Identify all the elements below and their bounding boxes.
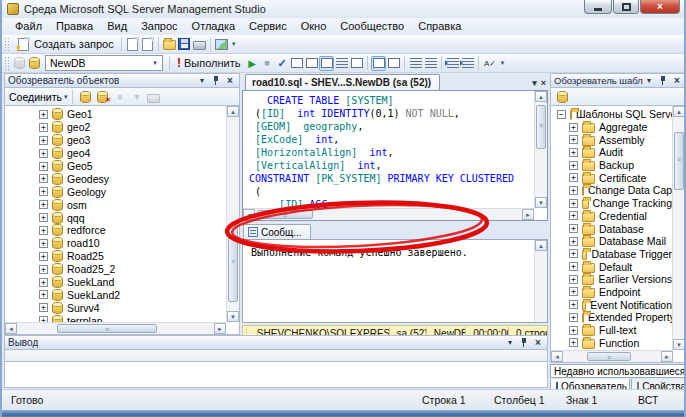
menu-item-1[interactable]: Правка <box>49 18 100 35</box>
vertical-scrollbar[interactable]: ▲ ▼ ≡ <box>226 106 239 322</box>
expander-icon[interactable]: + <box>569 275 578 284</box>
scroll-up-icon[interactable]: ▲ <box>535 91 547 102</box>
print-icon[interactable] <box>192 37 207 52</box>
object-explorer-item[interactable]: +osm <box>5 198 225 211</box>
toolbar-overflow-icon[interactable]: ▾ <box>497 59 507 67</box>
menu-item-5[interactable]: Сервис <box>242 18 294 35</box>
disconnect-object-icon[interactable]: × <box>95 89 110 104</box>
vertical-scrollbar[interactable]: ▲ ▼ ≡ <box>672 106 685 350</box>
scrollbar-thumb[interactable]: ≡ <box>674 132 684 190</box>
expander-icon[interactable]: + <box>569 224 578 233</box>
window-position-icon[interactable]: ▾ <box>504 337 516 349</box>
scroll-left-icon[interactable]: ◄ <box>551 351 563 362</box>
object-explorer-item[interactable]: +terrplan <box>5 314 225 322</box>
expander-icon[interactable]: + <box>569 300 578 309</box>
expander-icon[interactable]: + <box>569 262 578 271</box>
object-explorer-item[interactable]: +geo2 <box>5 121 225 134</box>
messages-tab[interactable]: Сообщ... <box>243 224 311 239</box>
expander-icon[interactable]: + <box>569 161 578 170</box>
panel-close-icon[interactable]: × <box>671 75 683 87</box>
template-folder-item[interactable]: +Full-text <box>551 324 672 337</box>
template-folder-item[interactable]: +Assembly <box>551 133 672 146</box>
new-file-icon[interactable] <box>140 37 155 52</box>
expander-icon[interactable]: + <box>569 313 578 322</box>
specify-values-icon[interactable]: A✓ <box>482 56 497 71</box>
scroll-up-icon[interactable]: ▲ <box>673 106 685 117</box>
expander-icon[interactable]: + <box>39 265 48 274</box>
query-options-icon[interactable] <box>289 56 304 71</box>
parse-check-icon[interactable]: ✓ <box>274 56 289 71</box>
scroll-right-icon[interactable]: ► <box>214 323 226 334</box>
expander-icon[interactable]: + <box>569 173 578 182</box>
auto-hide-pin-icon[interactable] <box>210 75 222 87</box>
expander-icon[interactable]: + <box>569 249 578 258</box>
expander-icon[interactable]: + <box>569 186 578 195</box>
scroll-left-icon[interactable]: ◄ <box>243 209 255 220</box>
sql-code-editor[interactable]: CREATE TABLE [SYSTEM] ([ID] int IDENTITY… <box>242 90 548 221</box>
scroll-right-icon[interactable]: ► <box>661 351 673 362</box>
template-folder-item[interactable]: +Aggregate <box>551 121 672 134</box>
template-folder-item[interactable]: +Event Notification <box>551 298 672 311</box>
display-estimated-plan-icon[interactable] <box>371 56 386 71</box>
chevron-down-icon[interactable]: ▾ <box>64 93 68 101</box>
connect-object-icon[interactable] <box>78 89 93 104</box>
results-to-grid-icon[interactable] <box>319 56 334 71</box>
object-explorer-item[interactable]: +geo4 <box>5 147 225 160</box>
scroll-left-icon[interactable]: ◄ <box>5 323 17 334</box>
minimize-button[interactable] <box>584 0 612 14</box>
template-explorer-header[interactable]: Обозреватель шаблонов ▾ × <box>550 73 686 88</box>
toolbar-overflow-icon[interactable]: ▾ <box>229 40 239 48</box>
connect-icon[interactable] <box>12 56 27 71</box>
expander-icon[interactable]: + <box>39 278 48 287</box>
menu-item-8[interactable]: Справка <box>411 18 468 35</box>
comment-lines-icon[interactable] <box>408 56 423 71</box>
expander-icon[interactable]: + <box>569 326 578 335</box>
horizontal-scrollbar[interactable]: ◄ ► ≡ <box>551 350 673 362</box>
scrollbar-thumb[interactable]: ≡ <box>536 105 546 149</box>
object-explorer-item[interactable]: +Geo5 <box>5 160 225 173</box>
activity-monitor-icon[interactable] <box>214 37 229 52</box>
include-actual-plan-icon[interactable] <box>386 56 401 71</box>
report-icon[interactable] <box>146 89 161 104</box>
horizontal-scrollbar[interactable]: ◄ ► ≡ <box>5 322 226 334</box>
expander-icon[interactable]: + <box>39 162 48 171</box>
object-explorer-item[interactable]: +Geo1 <box>5 108 225 121</box>
object-explorer-item[interactable]: +Survv4 <box>5 301 225 314</box>
scrollbar-thumb[interactable]: ≡ <box>257 210 313 219</box>
object-explorer-item[interactable]: +road10 <box>5 237 225 250</box>
object-explorer-item[interactable]: +Road25_2 <box>5 263 225 276</box>
stop-icon[interactable]: ■ <box>259 56 274 71</box>
expander-icon[interactable]: − <box>557 110 566 119</box>
expander-icon[interactable]: + <box>39 123 48 132</box>
expander-icon[interactable]: + <box>39 149 48 158</box>
expander-icon[interactable]: + <box>39 226 48 235</box>
auto-hide-pin-icon[interactable] <box>518 337 530 349</box>
template-folder-item[interactable]: +Credential <box>551 210 672 223</box>
increase-indent-icon[interactable] <box>460 56 475 71</box>
expander-icon[interactable]: + <box>39 213 48 222</box>
stop-icon[interactable]: ■ <box>112 89 127 104</box>
panel-close-icon[interactable]: × <box>532 337 544 349</box>
save-icon[interactable] <box>177 37 192 52</box>
template-folder-item[interactable]: +Database Mail <box>551 235 672 248</box>
toolbar-grip[interactable] <box>4 56 9 70</box>
expander-icon[interactable]: + <box>39 110 48 119</box>
template-folder-item[interactable]: +Certificate <box>551 171 672 184</box>
expander-icon[interactable]: + <box>39 136 48 145</box>
object-explorer-item[interactable]: +Geodesy <box>5 172 225 185</box>
recently-used-templates-bar[interactable]: Недавно использовавшиеся ша... <box>550 364 686 378</box>
template-folder-item[interactable]: +Audit <box>551 146 672 159</box>
template-folder-item[interactable]: +Extended Property <box>551 311 672 324</box>
template-folder-item[interactable]: +Function <box>551 336 672 349</box>
menu-item-6[interactable]: Окно <box>294 18 334 35</box>
open-file-icon[interactable] <box>125 37 140 52</box>
object-explorer-item[interactable]: +SuekLand <box>5 276 225 289</box>
sql-code[interactable]: CREATE TABLE [SYSTEM] ([ID] int IDENTITY… <box>243 92 533 208</box>
menu-item-0[interactable]: Файл <box>8 18 49 35</box>
template-folder-item[interactable]: +Database <box>551 222 672 235</box>
template-folder-item[interactable]: +Change Data Capture <box>551 184 672 197</box>
window-position-icon[interactable]: ▾ <box>196 75 208 87</box>
output-panel-header[interactable]: Вывод ▾ × <box>4 335 548 350</box>
menu-item-3[interactable]: Запрос <box>134 18 184 35</box>
scroll-down-icon[interactable]: ▼ <box>535 197 547 208</box>
